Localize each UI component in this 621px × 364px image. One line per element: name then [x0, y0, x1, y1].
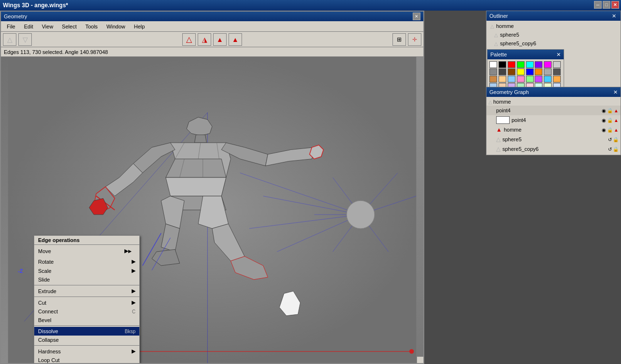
color-swatch-15[interactable]: [553, 68, 561, 75]
menu-help[interactable]: Help: [130, 23, 149, 30]
color-swatch-6[interactable]: [544, 61, 552, 68]
ctx-rotate-label: Rotate: [38, 259, 54, 265]
color-swatch-16[interactable]: [489, 76, 497, 82]
palette-close[interactable]: ✕: [556, 52, 561, 58]
outliner-homme[interactable]: △ homme: [486, 22, 621, 30]
ctx-item-slide[interactable]: Slide: [34, 275, 139, 284]
ctx-item-collapse[interactable]: Collapse: [34, 336, 139, 344]
maximize-button[interactable]: □: [603, 1, 610, 9]
color-swatch-8[interactable]: [489, 68, 497, 75]
menu-view[interactable]: View: [38, 23, 57, 30]
win-close-button[interactable]: ✕: [413, 13, 420, 20]
refresh-icon-sphere5[interactable]: ↺: [608, 137, 612, 142]
ctx-sep4: [34, 345, 139, 346]
geo-item-point4-2[interactable]: point4 ◉ 🔒 ▲: [486, 115, 621, 125]
color-swatch-13[interactable]: [535, 68, 542, 75]
close-button[interactable]: ✕: [611, 1, 619, 9]
ctx-item-connect[interactable]: Connect C: [34, 307, 139, 316]
eye-icon-2[interactable]: ◉: [602, 118, 606, 123]
sphere5copy6-expand-icon: △: [494, 41, 498, 46]
ctx-rotate-arrow: ▶: [132, 258, 135, 265]
outliner-homme-label: homme: [496, 23, 514, 29]
color-swatch-22[interactable]: [544, 76, 552, 82]
ctx-scale-label: Scale: [38, 268, 52, 274]
toolbar-tri-outline[interactable]: △: [182, 33, 196, 46]
geo-item-sphere5[interactable]: △ sphere5 ↺ 🔒: [486, 135, 621, 144]
menu-select[interactable]: Select: [58, 23, 81, 30]
color-swatch-19[interactable]: [517, 76, 525, 82]
ctx-item-loopcut[interactable]: Loop Cut: [34, 356, 139, 363]
ctx-hardness-label: Hardness: [38, 349, 61, 354]
outliner-close[interactable]: ✕: [610, 12, 618, 20]
toolbar-axes[interactable]: ✛: [408, 33, 421, 46]
geo-item-sphere5copy6[interactable]: △ sphere5_copy6 ↺ 🔒: [486, 144, 621, 154]
menu-tools[interactable]: Tools: [81, 23, 102, 30]
lock-icon-homme[interactable]: 🔒: [607, 127, 613, 133]
color-swatch-2[interactable]: [508, 61, 515, 68]
eye-icon-1[interactable]: ◉: [602, 108, 606, 113]
ctx-item-bevel[interactable]: Bevel: [34, 316, 139, 324]
menu-bar: File Edit View Select Tools Window Help: [1, 21, 423, 32]
color-swatch-14[interactable]: [544, 68, 552, 75]
svg-marker-27: [310, 145, 324, 159]
toolbar-tri-red2[interactable]: ▲: [229, 33, 242, 46]
ctx-item-cut[interactable]: Cut ▶: [34, 298, 139, 307]
color-swatch-20[interactable]: [526, 76, 534, 82]
color-swatch-17[interactable]: [499, 76, 506, 82]
color-swatch-5[interactable]: [535, 61, 542, 68]
lock-icon-sphere5[interactable]: 🔒: [613, 137, 619, 142]
color-swatch-23[interactable]: [553, 76, 561, 82]
ctx-item-move[interactable]: Move ▶: [34, 245, 139, 257]
eye-icon-homme[interactable]: ◉: [602, 127, 606, 133]
geo-item-point4-1[interactable]: point4 ◉ 🔒 ▲: [486, 106, 621, 115]
outliner-sphere5-copy6[interactable]: △ sphere5_copy6: [486, 39, 621, 48]
ctx-item-hardness[interactable]: Hardness ▶: [34, 347, 139, 356]
menu-file[interactable]: File: [3, 23, 19, 30]
geo-parent-homme[interactable]: △ homme: [486, 98, 621, 106]
color-swatch-12[interactable]: [526, 68, 534, 75]
outliner-sphere5[interactable]: △ sphere5: [486, 30, 621, 39]
geo-item-homme[interactable]: ▲ homme ◉ 🔒 ▲: [486, 125, 621, 135]
minimize-button[interactable]: ─: [594, 1, 602, 9]
color-swatch-21[interactable]: [535, 76, 542, 82]
up-icon-1[interactable]: ▲: [614, 108, 619, 113]
ctx-item-extrude[interactable]: Extrude ▶: [34, 286, 139, 296]
outliner-sphere5copy6-label: sphere5_copy6: [500, 40, 536, 46]
color-swatch-4[interactable]: [526, 61, 534, 68]
lock-icon-1[interactable]: 🔒: [607, 108, 613, 113]
geometry-graph-close[interactable]: ✕: [613, 89, 618, 95]
ctx-item-rotate[interactable]: Rotate ▶: [34, 257, 139, 266]
viewport[interactable]: -Z Edge operations Move ▶ Rotate ▶ Scale…: [1, 57, 423, 363]
ctx-item-dissolve[interactable]: Dissolve Bksp: [34, 327, 139, 336]
ctx-connect-label: Connect: [38, 309, 58, 314]
toolbar-tri-red1[interactable]: ▲: [213, 33, 227, 46]
refresh-icon-sphere5copy6[interactable]: ↺: [608, 147, 612, 152]
ctx-sep1: [34, 285, 139, 285]
color-swatch-0[interactable]: [489, 61, 497, 68]
ctx-sep3: [34, 325, 139, 326]
color-swatch-9[interactable]: [499, 68, 506, 75]
toolbar-grid[interactable]: ⊞: [392, 33, 406, 46]
geometry-window: Geometry ✕ File Edit View Select Tools W…: [0, 11, 424, 364]
up-icon-2[interactable]: ▲: [614, 118, 619, 123]
palette-title-label: Palette: [490, 52, 507, 57]
ctx-dissolve-shortcut: Bksp: [125, 329, 135, 334]
color-swatch-7[interactable]: [553, 61, 561, 68]
color-swatch-1[interactable]: [499, 61, 506, 68]
up-icon-homme[interactable]: ▲: [614, 127, 619, 133]
menu-edit[interactable]: Edit: [20, 23, 37, 30]
toolbar-tri-white1[interactable]: △: [3, 33, 16, 46]
ctx-item-scale[interactable]: Scale ▶: [34, 266, 139, 275]
toolbar-tri-white2[interactable]: ▽: [18, 33, 32, 46]
color-swatch-10[interactable]: [508, 68, 515, 75]
color-swatch-3[interactable]: [517, 61, 525, 68]
toolbar-tri-half[interactable]: ◮: [198, 33, 211, 46]
geo-homme-icons: ◉ 🔒 ▲: [602, 127, 619, 133]
color-swatch-18[interactable]: [508, 76, 515, 82]
menu-window[interactable]: Window: [103, 23, 129, 30]
ctx-cut-label: Cut: [38, 300, 46, 306]
lock-icon-2[interactable]: 🔒: [607, 118, 613, 123]
geo-point4-color: [496, 116, 510, 124]
color-swatch-11[interactable]: [517, 68, 525, 75]
lock-icon-sphere5copy6[interactable]: 🔒: [613, 147, 619, 152]
